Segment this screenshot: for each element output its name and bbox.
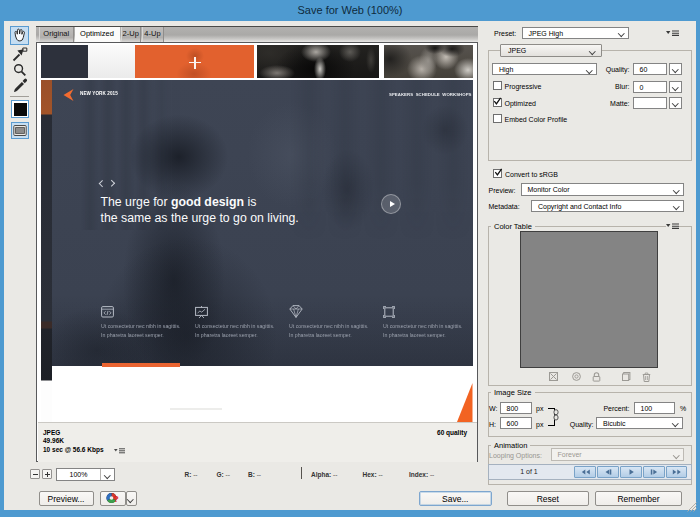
svg-text:?: ? [113,494,118,504]
